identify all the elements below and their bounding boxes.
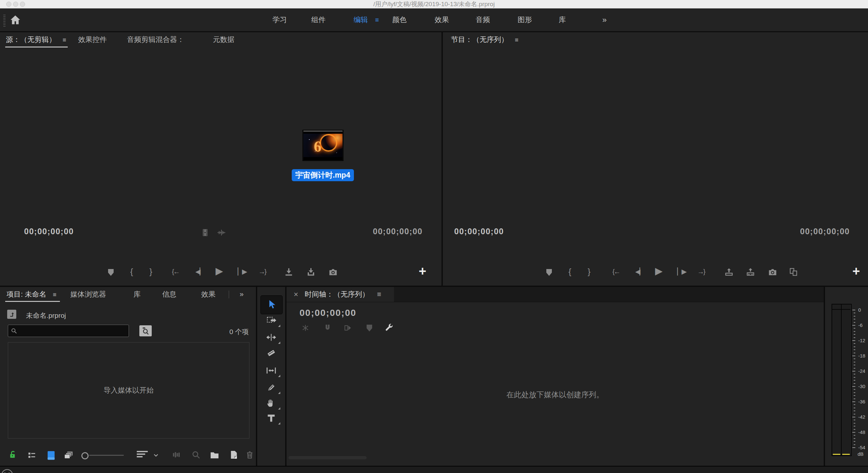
zoom-slider-knob[interactable] [82,452,89,459]
timeline-horizontal-scrollbar[interactable] [288,456,367,459]
source-timecode-current[interactable]: 00;00;00;00 [24,227,74,236]
drag-audio-only-button[interactable] [217,228,226,237]
automate-to-sequence-button[interactable] [171,449,182,460]
find-button[interactable] [191,449,201,460]
tab-info[interactable]: 信息 [162,287,177,302]
workspace-tab-effects[interactable]: 效果 [435,8,449,31]
tab-program-monitor[interactable]: 节目：（无序列） ≡ [451,32,518,47]
workspace-tab-assembly[interactable]: 组件 [311,8,326,31]
tab-effect-controls[interactable]: 效果控件 [78,32,107,47]
extract-button[interactable] [746,267,755,277]
home-button[interactable] [9,14,22,26]
hand-icon [266,398,277,409]
project-overflow-chevron-icon[interactable]: » [240,287,244,302]
project-panel-menu-icon[interactable]: ≡ [53,291,56,298]
program-panel-menu-icon[interactable]: ≡ [515,36,518,43]
close-panel-button[interactable]: × [294,287,298,302]
comparison-view-button[interactable] [788,267,798,277]
add-marker-button[interactable] [108,269,114,276]
snap-toggle[interactable] [323,324,332,333]
tool-slip[interactable] [266,365,277,376]
icon-view-button[interactable] [46,450,56,461]
tab-audio-clip-mixer[interactable]: 音频剪辑混合器： [127,32,184,47]
drag-video-only-button[interactable] [200,228,210,237]
search-bin-button[interactable] [140,325,152,336]
tool-hand[interactable] [266,398,277,409]
panel-grip[interactable] [3,14,5,28]
search-icon [11,327,17,334]
program-export-frame-button[interactable] [768,267,777,277]
workspace-tab-editing[interactable]: 编辑 [353,8,368,31]
program-step-back-button[interactable]: ◀▏ [635,266,644,277]
mark-out-button[interactable]: } [150,266,152,277]
marker-icon [367,325,372,332]
timeline-panel-menu-icon[interactable]: ≡ [377,287,381,302]
project-search-box[interactable] [8,325,129,337]
workspace-tab-audio[interactable]: 音频 [476,8,490,31]
timeline-timecode[interactable]: 00;00;00;00 [300,308,356,318]
tab-metadata[interactable]: 元数据 [213,32,235,47]
overwrite-button[interactable] [306,267,316,277]
drag-clip-thumbnail[interactable]: 6 [303,130,343,161]
program-button-editor-plus-button[interactable]: + [852,265,860,277]
program-mark-out-button[interactable]: } [588,266,591,277]
tool-type[interactable] [266,412,277,424]
insert-button[interactable] [284,267,294,277]
program-go-to-in-button[interactable]: {← [613,266,620,277]
project-media-area[interactable]: 导入媒体以开始 [8,342,249,439]
zoom-slider[interactable] [82,452,124,458]
lift-button[interactable] [724,267,734,277]
project-root-button[interactable] [7,310,16,319]
go-to-in-button[interactable]: {← [172,266,179,277]
program-add-marker-button[interactable] [546,269,552,276]
new-item-button[interactable] [228,449,239,460]
workspace-overflow-chevron-icon[interactable]: » [602,8,607,31]
step-forward-button[interactable]: ▏▶ [238,266,246,277]
program-mark-in-button[interactable]: { [568,266,571,277]
tab-media-browser[interactable]: 媒体浏览器 [70,287,106,302]
insert-nest-toggle[interactable] [301,324,310,333]
freeform-view-button[interactable] [63,449,75,461]
new-bin-button[interactable] [209,449,220,461]
step-back-button[interactable]: ◀▏ [195,266,204,277]
audio-meter-bars[interactable] [832,304,852,456]
timeline-tab[interactable]: × 时间轴：（无序列） ≡ [286,287,394,302]
list-view-button[interactable] [27,450,37,461]
source-panel-menu-icon[interactable]: ≡ [63,36,66,43]
timeline-add-marker-button[interactable] [367,325,372,332]
play-button[interactable]: ▶ [216,265,223,277]
source-timecode-duration: 00;00;00;00 [373,227,423,236]
workspace-tab-color[interactable]: 颜色 [392,8,407,31]
program-timecode-current[interactable]: 00;00;00;00 [454,227,504,236]
sort-chevron-button[interactable] [152,451,159,459]
project-file-name[interactable]: 未命名.prproj [26,311,66,320]
program-go-to-out-button[interactable]: →} [698,266,705,277]
button-editor-plus-button[interactable]: + [419,265,426,277]
tool-ripple-edit[interactable] [266,332,277,343]
timeline-settings-button[interactable] [383,322,394,333]
tab-effects[interactable]: 效果 [201,287,216,302]
sort-button[interactable] [137,449,148,459]
tab-source-monitor[interactable]: 源：（无剪辑） ≡ [6,32,66,47]
workspace-tab-learning[interactable]: 学习 [273,8,287,31]
delete-button[interactable] [245,449,255,460]
workspace-tab-libraries[interactable]: 库 [559,8,566,31]
linked-selection-toggle[interactable] [343,324,352,333]
project-writable-toggle[interactable] [8,449,18,460]
project-search-input[interactable] [20,327,126,335]
tab-libraries[interactable]: 库 [133,287,141,302]
go-to-out-button[interactable]: →} [258,266,266,277]
tool-selection[interactable] [266,299,277,310]
creative-cloud-icon[interactable] [1,468,14,473]
workspace-tab-editing-menu-icon[interactable]: ≡ [375,8,379,31]
drag-clip-filename[interactable]: 宇宙倒计时.mp4 [292,169,354,181]
export-frame-button[interactable] [328,267,338,277]
mark-in-button[interactable]: { [130,266,133,277]
tool-pen[interactable] [266,382,277,393]
program-play-button[interactable]: ▶ [655,265,662,277]
tool-track-select-forward[interactable] [266,315,277,326]
program-step-forward-button[interactable]: ▏▶ [677,266,686,277]
workspace-tab-graphics[interactable]: 图形 [518,8,532,31]
tool-razor[interactable] [266,347,277,359]
tab-project[interactable]: 项目: 未命名 ≡ [6,287,56,302]
